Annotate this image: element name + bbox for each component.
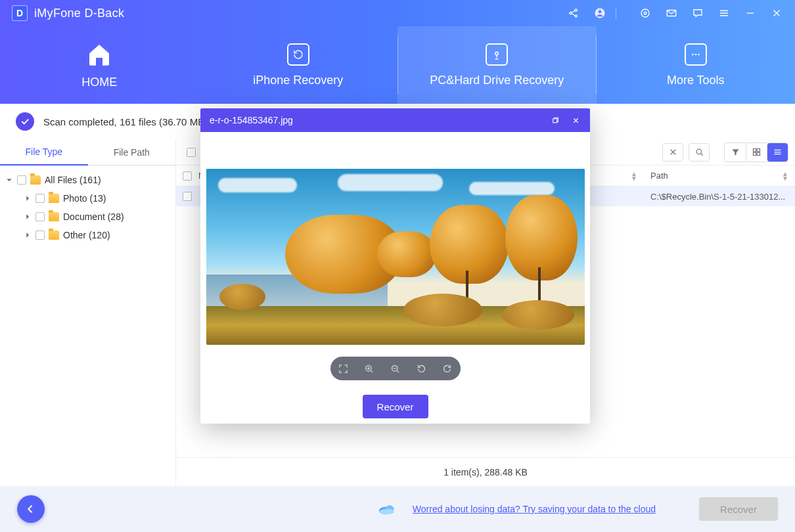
- svg-rect-16: [757, 152, 760, 155]
- preview-image: [206, 169, 585, 345]
- svg-point-4: [599, 10, 602, 13]
- chevron-right-icon: [24, 214, 32, 219]
- app-logo-icon: D: [12, 5, 28, 21]
- header-checkbox[interactable]: [183, 171, 192, 181]
- nav-more-tools[interactable]: More Tools: [597, 26, 796, 104]
- modal-close-icon[interactable]: [570, 115, 581, 125]
- svg-point-0: [570, 12, 572, 14]
- minimize-icon[interactable]: [744, 7, 757, 20]
- clear-search-button[interactable]: [662, 143, 683, 162]
- feedback-icon[interactable]: [691, 7, 704, 20]
- titlebar-divider: [616, 7, 616, 19]
- filter-button[interactable]: [725, 143, 746, 162]
- menu-icon[interactable]: [717, 7, 731, 20]
- svg-point-9: [692, 53, 694, 55]
- recover-button[interactable]: Recover: [699, 497, 778, 521]
- bottom-bar: Worred about losing data? Try saving you…: [0, 486, 795, 532]
- folder-icon: [49, 194, 59, 203]
- svg-rect-13: [754, 149, 756, 152]
- tree-document[interactable]: Document (28): [5, 208, 169, 226]
- zoom-out-icon[interactable]: [388, 361, 402, 376]
- rotate-right-icon[interactable]: [440, 361, 455, 376]
- image-tool-strip: [330, 357, 461, 380]
- svg-point-8: [495, 52, 499, 55]
- search-button[interactable]: [689, 143, 710, 162]
- folder-icon: [49, 212, 59, 221]
- account-icon[interactable]: [593, 7, 606, 20]
- folder-icon: [30, 175, 41, 185]
- grid-view-button[interactable]: [746, 143, 767, 162]
- tree-other[interactable]: Other (120): [5, 226, 169, 244]
- nav-more-label: More Tools: [667, 74, 725, 87]
- col-path-label: Path: [650, 171, 668, 181]
- tree-all-files[interactable]: All Files (161): [5, 171, 169, 189]
- sort-icon: ▲▼: [782, 171, 788, 181]
- rotate-left-icon[interactable]: [414, 361, 428, 376]
- check-circle-icon: [16, 112, 34, 131]
- settings-icon[interactable]: [639, 7, 652, 20]
- nav-home-label: HOME: [81, 76, 117, 89]
- row-checkbox[interactable]: [183, 192, 192, 201]
- tree-photo[interactable]: Photo (13): [5, 189, 169, 208]
- svg-point-10: [694, 53, 696, 55]
- image-preview-modal: e-r-o-154853467.jpg: [200, 108, 590, 424]
- svg-point-19: [379, 509, 394, 514]
- main-nav: HOME iPhone Recovery PC&Hard Drive Recov…: [0, 26, 795, 104]
- fullscreen-icon[interactable]: [336, 361, 350, 376]
- list-view-button[interactable]: [767, 143, 788, 162]
- tree-label: Document (28): [63, 211, 124, 222]
- nav-iphone-recovery[interactable]: iPhone Recovery: [199, 26, 398, 104]
- tree-label: Photo (13): [63, 193, 106, 204]
- share-icon[interactable]: [567, 7, 580, 20]
- svg-point-1: [575, 9, 577, 11]
- refresh-icon: [287, 43, 309, 66]
- svg-rect-15: [754, 152, 756, 155]
- svg-point-6: [644, 12, 647, 14]
- select-all-checkbox[interactable]: [187, 148, 196, 157]
- tree-label: Other (120): [63, 230, 110, 240]
- scan-status-text: Scan completed, 161 files (36.70 MB) h: [43, 116, 216, 127]
- sort-icon: ▲▼: [631, 171, 637, 181]
- item-count-label: 1 item(s), 288.48 KB: [443, 467, 528, 477]
- nav-pc-label: PC&Hard Drive Recovery: [430, 74, 564, 87]
- restore-window-icon[interactable]: [549, 115, 560, 125]
- view-segment: [724, 143, 788, 162]
- checkbox[interactable]: [35, 212, 45, 221]
- back-button[interactable]: [17, 495, 45, 523]
- modal-titlebar: e-r-o-154853467.jpg: [200, 108, 590, 132]
- app-title: iMyFone D-Back: [34, 7, 124, 20]
- sidebar-tabs: File Type File Path: [0, 139, 175, 166]
- modal-filename: e-r-o-154853467.jpg: [210, 115, 293, 125]
- nav-iphone-label: iPhone Recovery: [253, 74, 343, 87]
- nav-pc-recovery[interactable]: PC&Hard Drive Recovery: [398, 26, 597, 104]
- modal-body: Recover: [200, 132, 590, 426]
- chevron-right-icon: [24, 233, 32, 238]
- svg-point-11: [698, 53, 700, 55]
- svg-point-5: [641, 9, 649, 17]
- cloud-backup-link[interactable]: Worred about losing data? Try saving you…: [413, 504, 656, 514]
- nav-home[interactable]: HOME: [0, 26, 199, 104]
- chevron-down-icon: [5, 177, 13, 183]
- col-path-header[interactable]: Path ▲▼: [644, 171, 795, 181]
- mail-icon[interactable]: [665, 7, 678, 20]
- svg-point-2: [575, 15, 577, 17]
- folder-icon: [49, 231, 59, 240]
- tab-file-path[interactable]: File Path: [88, 139, 176, 166]
- more-icon: [685, 43, 707, 66]
- content-footer: 1 item(s), 288.48 KB: [176, 457, 795, 486]
- checkbox[interactable]: [35, 194, 45, 203]
- key-monitor-icon: [486, 43, 508, 66]
- checkbox[interactable]: [35, 231, 45, 240]
- tab-file-type[interactable]: File Type: [0, 139, 88, 166]
- svg-point-12: [696, 149, 702, 154]
- zoom-in-icon[interactable]: [362, 361, 376, 376]
- tree-label: All Files (161): [45, 175, 101, 185]
- modal-recover-button[interactable]: Recover: [363, 395, 428, 418]
- close-icon[interactable]: [770, 7, 783, 20]
- chevron-right-icon: [24, 196, 32, 201]
- checkbox[interactable]: [17, 175, 26, 185]
- cloud-icon: [378, 503, 396, 515]
- app-header: D iMyFone D-Back HOME iPhone Recovery PC…: [0, 0, 795, 104]
- svg-rect-14: [757, 149, 760, 152]
- svg-rect-20: [553, 118, 556, 122]
